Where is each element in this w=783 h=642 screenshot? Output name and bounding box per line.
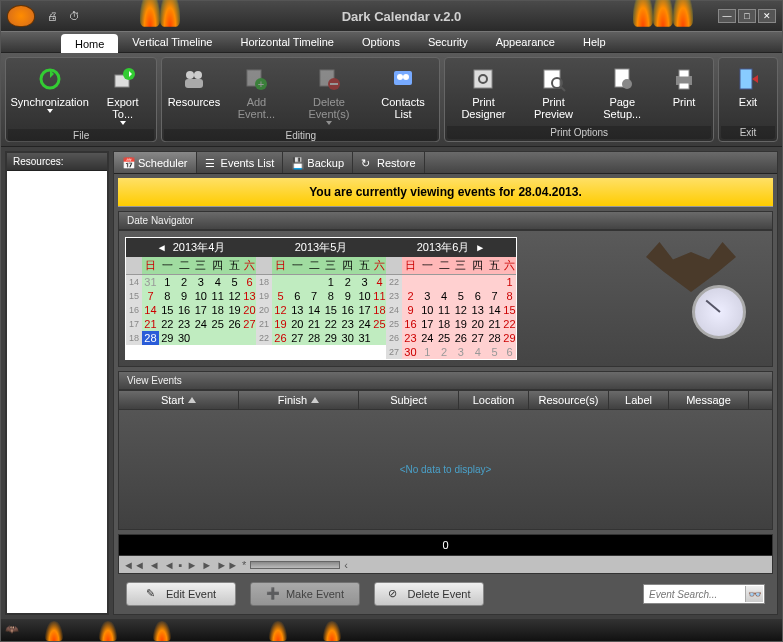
day-cell[interactable]: 28 bbox=[486, 331, 503, 345]
delete-event-button[interactable]: ⊘Delete Event bbox=[374, 582, 484, 606]
subtab-backup[interactable]: 💾Backup bbox=[283, 152, 353, 173]
day-cell[interactable]: 12 bbox=[226, 289, 243, 303]
day-cell[interactable]: 30 bbox=[402, 345, 419, 359]
day-cell[interactable]: 13 bbox=[243, 289, 256, 303]
menu-appearance[interactable]: Appearance bbox=[482, 32, 569, 52]
menu-vertical-timeline[interactable]: Vertical Timeline bbox=[118, 32, 226, 52]
ribbon-add-event-button[interactable]: +Add Event... bbox=[224, 60, 290, 129]
day-cell[interactable] bbox=[209, 331, 226, 345]
day-cell[interactable]: 3 bbox=[356, 275, 373, 290]
day-cell[interactable]: 14 bbox=[486, 303, 503, 317]
day-cell[interactable]: 14 bbox=[142, 303, 159, 317]
day-cell[interactable]: 20 bbox=[289, 317, 306, 331]
day-cell[interactable]: 6 bbox=[469, 289, 486, 303]
prev-month-button[interactable]: ◄ bbox=[157, 242, 167, 253]
column-label[interactable]: Label bbox=[609, 391, 669, 409]
day-cell[interactable]: 8 bbox=[503, 289, 516, 303]
day-cell[interactable]: 14 bbox=[306, 303, 323, 317]
search-icon[interactable]: 👓 bbox=[745, 586, 763, 602]
day-cell[interactable]: 29 bbox=[503, 331, 516, 345]
day-cell[interactable]: 6 bbox=[243, 275, 256, 290]
day-cell[interactable]: 2 bbox=[176, 275, 193, 290]
day-cell[interactable] bbox=[373, 331, 386, 345]
day-cell[interactable]: 19 bbox=[452, 317, 469, 331]
column-message[interactable]: Message bbox=[669, 391, 749, 409]
day-cell[interactable]: 4 bbox=[469, 345, 486, 359]
day-cell[interactable] bbox=[402, 275, 419, 290]
day-cell[interactable]: 1 bbox=[159, 275, 176, 290]
day-cell[interactable]: 1 bbox=[322, 275, 339, 290]
day-cell[interactable]: 25 bbox=[209, 317, 226, 331]
day-cell[interactable]: 7 bbox=[306, 289, 323, 303]
day-cell[interactable]: 9 bbox=[176, 289, 193, 303]
day-cell[interactable]: 22 bbox=[159, 317, 176, 331]
day-cell[interactable]: 15 bbox=[503, 303, 516, 317]
day-cell[interactable]: 1 bbox=[419, 345, 436, 359]
events-grid-body[interactable]: <No data to display> bbox=[118, 410, 773, 530]
day-cell[interactable]: 10 bbox=[192, 289, 209, 303]
subtab-restore[interactable]: ↻Restore bbox=[353, 152, 425, 173]
day-cell[interactable]: 3 bbox=[452, 345, 469, 359]
day-cell[interactable]: 4 bbox=[373, 275, 386, 290]
ribbon-resources-button[interactable]: Resources bbox=[164, 60, 223, 129]
day-cell[interactable]: 6 bbox=[289, 289, 306, 303]
day-cell[interactable]: 3 bbox=[192, 275, 209, 290]
day-cell[interactable]: 7 bbox=[142, 289, 159, 303]
day-cell[interactable]: 1 bbox=[503, 275, 516, 290]
ribbon-contacts-list-button[interactable]: Contacts List bbox=[369, 60, 438, 129]
day-cell[interactable]: 26 bbox=[452, 331, 469, 345]
menu-horizontal-timeline[interactable]: Horizontal Timeline bbox=[226, 32, 348, 52]
day-cell[interactable]: 16 bbox=[339, 303, 356, 317]
day-cell[interactable]: 7 bbox=[486, 289, 503, 303]
day-cell[interactable]: 13 bbox=[289, 303, 306, 317]
day-cell[interactable]: 10 bbox=[356, 289, 373, 303]
day-cell[interactable]: 19 bbox=[272, 317, 289, 331]
day-cell[interactable]: 5 bbox=[226, 275, 243, 290]
day-cell[interactable]: 23 bbox=[402, 331, 419, 345]
column-start[interactable]: Start bbox=[119, 391, 239, 409]
day-cell[interactable] bbox=[306, 275, 323, 290]
menu-security[interactable]: Security bbox=[414, 32, 482, 52]
ribbon-export-to-button[interactable]: Export To... bbox=[91, 60, 154, 129]
day-cell[interactable]: 20 bbox=[243, 303, 256, 317]
subtab-scheduler[interactable]: 📅Scheduler bbox=[114, 152, 197, 173]
day-cell[interactable] bbox=[436, 275, 453, 290]
day-cell[interactable]: 25 bbox=[436, 331, 453, 345]
day-cell[interactable]: 5 bbox=[486, 345, 503, 359]
next-month-button[interactable]: ► bbox=[475, 242, 485, 253]
day-cell[interactable]: 11 bbox=[209, 289, 226, 303]
day-cell[interactable]: 18 bbox=[209, 303, 226, 317]
day-cell[interactable]: 31 bbox=[142, 275, 159, 290]
day-cell[interactable] bbox=[419, 275, 436, 290]
day-cell[interactable]: 21 bbox=[486, 317, 503, 331]
navigator-bar[interactable]: ◄◄◄◄▪►►►►* ‹ bbox=[118, 556, 773, 574]
day-cell[interactable]: 27 bbox=[469, 331, 486, 345]
day-cell[interactable]: 9 bbox=[339, 289, 356, 303]
edit-event-button[interactable]: ✎Edit Event bbox=[126, 582, 236, 606]
day-cell[interactable]: 23 bbox=[339, 317, 356, 331]
day-cell[interactable]: 30 bbox=[176, 331, 193, 345]
ribbon-print-button[interactable]: Print bbox=[657, 60, 711, 126]
day-cell[interactable]: 12 bbox=[272, 303, 289, 317]
day-cell[interactable]: 16 bbox=[402, 317, 419, 331]
day-cell[interactable]: 29 bbox=[322, 331, 339, 345]
day-cell[interactable]: 10 bbox=[419, 303, 436, 317]
day-cell[interactable]: 29 bbox=[159, 331, 176, 345]
day-cell[interactable]: 4 bbox=[436, 289, 453, 303]
day-cell[interactable]: 6 bbox=[503, 345, 516, 359]
day-cell[interactable]: 21 bbox=[306, 317, 323, 331]
day-cell[interactable]: 17 bbox=[356, 303, 373, 317]
day-cell[interactable]: 8 bbox=[322, 289, 339, 303]
ribbon-print-designer-button[interactable]: Print Designer bbox=[447, 60, 519, 126]
ribbon-synchronization-button[interactable]: Synchronization bbox=[8, 60, 91, 129]
day-cell[interactable]: 16 bbox=[176, 303, 193, 317]
menu-home[interactable]: Home bbox=[61, 34, 118, 53]
day-cell[interactable]: 23 bbox=[176, 317, 193, 331]
day-cell[interactable]: 9 bbox=[402, 303, 419, 317]
day-cell[interactable] bbox=[289, 275, 306, 290]
day-cell[interactable]: 30 bbox=[339, 331, 356, 345]
column-resource-s-[interactable]: Resource(s) bbox=[529, 391, 609, 409]
search-input[interactable] bbox=[645, 587, 745, 602]
day-cell[interactable]: 12 bbox=[452, 303, 469, 317]
day-cell[interactable]: 11 bbox=[436, 303, 453, 317]
